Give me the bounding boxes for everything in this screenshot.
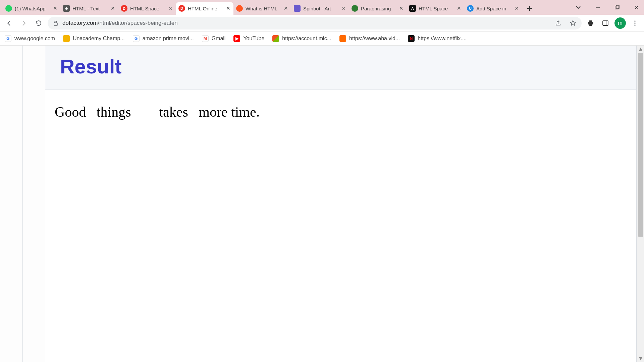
tab-strip-controls [574, 0, 641, 15]
avatar-letter: m [618, 20, 622, 26]
netflix-icon: N [408, 35, 415, 42]
result-panel: Result Good things takes more time. [45, 46, 637, 362]
close-icon[interactable]: ✕ [110, 6, 115, 11]
lambda-icon: Λ [409, 5, 416, 12]
diamond-icon: ◈ [63, 5, 70, 12]
chevron-down-icon [576, 5, 581, 10]
arrow-right-icon [20, 20, 27, 26]
close-icon[interactable]: ✕ [168, 6, 173, 11]
url-path: /html/editor/spaces-being-eaten [98, 20, 178, 26]
menu-button[interactable] [629, 17, 641, 29]
page-viewport: Result Good things takes more time. ▲ ▼ [0, 46, 644, 362]
aha-icon [339, 35, 346, 42]
svg-point-5 [634, 22, 636, 24]
kebab-icon [632, 20, 638, 26]
whatsapp-icon [5, 5, 12, 12]
bookmarks-bar: G www.google.com Unacademy Champ... G am… [0, 32, 644, 46]
tab-whatsapp[interactable]: (1) WhatsApp ✕ [3, 2, 60, 15]
dofactory-icon: D [178, 5, 185, 12]
close-icon[interactable]: ✕ [514, 6, 519, 11]
tab-html-space-2[interactable]: Λ HTML Space ✕ [407, 2, 464, 15]
minimize-icon [595, 5, 600, 10]
extensions-button[interactable] [585, 17, 596, 29]
close-icon[interactable]: ✕ [341, 6, 346, 11]
spinbot-icon [294, 5, 301, 12]
address-text: dofactory.com/html/editor/spaces-being-e… [62, 20, 178, 26]
toolbar: dofactory.com/html/editor/spaces-being-e… [0, 15, 644, 32]
lock-icon [53, 20, 58, 26]
close-icon [634, 5, 639, 10]
google-icon: G [5, 35, 11, 42]
tab-title: What is HTML [246, 6, 280, 11]
tab-spinbot[interactable]: Spinbot - Art ✕ [291, 2, 349, 15]
puzzle-icon [587, 20, 594, 26]
close-icon[interactable]: ✕ [225, 6, 231, 11]
bookmark-youtube[interactable]: ▶ YouTube [233, 35, 264, 42]
gutter-left [0, 46, 23, 362]
u-icon: U [467, 5, 474, 12]
bookmark-microsoft-account[interactable]: https://account.mic... [272, 35, 331, 42]
plus-icon [527, 5, 533, 11]
minimize-button[interactable] [593, 3, 602, 12]
close-icon[interactable]: ✕ [398, 6, 404, 11]
bookmark-label: https://www.aha.vid... [349, 36, 400, 42]
arrow-left-icon [6, 20, 12, 26]
bookmark-label: www.google.com [14, 36, 55, 42]
profile-avatar[interactable]: m [614, 17, 626, 29]
bookmark-amazon-prime[interactable]: G amazon prime movi... [133, 35, 194, 42]
tab-add-space[interactable]: U Add Space in ✕ [464, 2, 522, 15]
paraphrase-icon [352, 5, 358, 12]
gutter-right [23, 46, 45, 362]
tab-title: HTML Space [419, 6, 453, 11]
close-icon[interactable]: ✕ [52, 6, 58, 11]
maximize-icon [615, 5, 620, 10]
tab-what-is-html[interactable]: What is HTML ✕ [233, 2, 291, 15]
url-domain: dofactory.com [62, 20, 98, 26]
bookmark-aha[interactable]: https://www.aha.vid... [339, 35, 400, 42]
svg-point-6 [634, 24, 636, 26]
bookmark-label: https://www.netflix.... [418, 36, 467, 42]
forward-button[interactable] [18, 17, 30, 29]
tab-html-space-1[interactable]: D HTML Space ✕ [118, 2, 176, 15]
tab-paraphrasing[interactable]: Paraphrasing ✕ [349, 2, 407, 15]
reload-button[interactable] [33, 17, 44, 29]
tab-strip: (1) WhatsApp ✕ ◈ HTML - Text ✕ D HTML Sp… [0, 0, 644, 15]
tab-title: Add Space in [476, 6, 511, 11]
tab-title: HTML - Text [72, 6, 107, 11]
bookmark-label: Unacademy Champ... [73, 36, 125, 42]
result-output: Good things takes more time. [45, 90, 636, 134]
bookmark-label: amazon prime movi... [143, 36, 194, 42]
side-panel-button[interactable] [600, 17, 611, 29]
result-heading: Result [60, 55, 622, 78]
svg-point-4 [634, 20, 636, 22]
maximize-button[interactable] [612, 3, 622, 12]
svg-rect-3 [603, 21, 608, 25]
back-button[interactable] [3, 17, 15, 29]
editor-gutter [0, 46, 45, 362]
tab-html-text[interactable]: ◈ HTML - Text ✕ [60, 2, 118, 15]
bookmark-unacademy[interactable]: Unacademy Champ... [63, 35, 125, 42]
bookmark-netflix[interactable]: N https://www.netflix.... [408, 35, 467, 42]
bookmark-label: YouTube [243, 36, 264, 42]
reload-icon [35, 20, 42, 26]
vertical-scrollbar[interactable]: ▲ ▼ [637, 46, 644, 362]
toolbar-right: m [585, 17, 641, 29]
bookmark-gmail[interactable]: M Gmail [202, 35, 226, 42]
close-icon[interactable]: ✕ [283, 6, 288, 11]
share-icon[interactable] [555, 20, 561, 26]
panel-icon [602, 20, 609, 26]
close-icon[interactable]: ✕ [456, 6, 462, 11]
scroll-thumb[interactable] [638, 53, 643, 237]
tab-search-button[interactable] [574, 3, 583, 12]
gmail-icon: M [202, 35, 209, 42]
address-bar[interactable]: dofactory.com/html/editor/spaces-being-e… [48, 17, 582, 29]
scroll-up-icon[interactable]: ▲ [637, 46, 644, 52]
new-tab-button[interactable] [524, 3, 535, 14]
bookmark-google[interactable]: G www.google.com [5, 35, 55, 42]
close-window-button[interactable] [632, 3, 641, 12]
star-icon[interactable] [570, 20, 576, 26]
tab-html-online[interactable]: D HTML Online ✕ [176, 2, 233, 15]
tab-title: (1) WhatsApp [15, 6, 50, 11]
scroll-down-icon[interactable]: ▼ [637, 355, 644, 362]
bookmark-label: https://account.mic... [282, 36, 331, 42]
